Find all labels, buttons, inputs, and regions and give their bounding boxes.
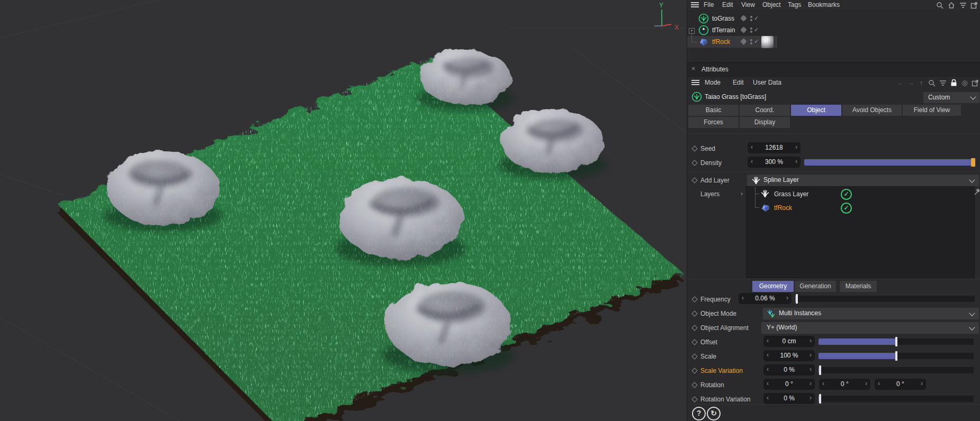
tab-coord[interactable]: Coord.	[740, 105, 790, 116]
layer-item-grass-layer[interactable]: Grass Layer ✓	[747, 188, 973, 200]
rotation-variation-label: Rotation Variation	[700, 396, 751, 403]
increment-arrow-icon[interactable]: ›	[810, 351, 812, 359]
increment-arrow-icon[interactable]: ›	[795, 143, 797, 151]
right-panel: File Edit View Object Tags Bookmarks toG…	[687, 0, 980, 421]
visibility-dots-icon[interactable]	[750, 28, 752, 33]
visibility-dots-icon[interactable]	[750, 39, 752, 44]
menu-edit[interactable]: Edit	[722, 0, 733, 10]
attr-menu-user-data[interactable]: User Data	[753, 79, 781, 86]
increment-arrow-icon[interactable]: ›	[810, 394, 812, 401]
track-icon[interactable]: ◎	[960, 78, 969, 88]
layer-tag-icon[interactable]	[740, 15, 747, 22]
material-thumbnail[interactable]	[761, 36, 774, 48]
popout-icon[interactable]	[970, 2, 978, 9]
enable-check-icon[interactable]: ✓	[754, 15, 759, 22]
tab-materials[interactable]: Materials	[840, 281, 877, 292]
tab-generation[interactable]: Generation	[795, 281, 836, 292]
scale-variation-slider[interactable]	[819, 367, 974, 373]
rotation-b-field[interactable]: ‹ 0 ° ›	[875, 379, 926, 390]
attr-menu-edit[interactable]: Edit	[733, 79, 744, 86]
visibility-dots-icon[interactable]	[750, 16, 752, 21]
increment-arrow-icon[interactable]: ›	[786, 294, 788, 301]
object-alignment-dropdown[interactable]: Y+ (World)	[761, 322, 979, 334]
hamburger-menu-icon[interactable]	[691, 2, 699, 8]
increment-arrow-icon[interactable]: ›	[795, 158, 797, 165]
layer-item-tfrock[interactable]: tfRock ✓	[747, 202, 973, 214]
rotation-p-field[interactable]: ‹ 0 ° ›	[819, 379, 870, 390]
frequency-field[interactable]: ‹ 0.06 % ›	[739, 293, 792, 304]
menu-file[interactable]: File	[704, 0, 714, 10]
layers-label: Layers	[700, 190, 720, 198]
up-level-icon[interactable]: ↑	[916, 78, 926, 88]
om-row-tograss[interactable]: toGrass ✓	[687, 13, 980, 24]
menu-object[interactable]: Object	[762, 0, 781, 10]
density-slider[interactable]	[804, 159, 975, 166]
scale-field[interactable]: ‹ 100 % ›	[763, 350, 815, 361]
menu-tags[interactable]: Tags	[788, 0, 801, 10]
increment-arrow-icon[interactable]: ›	[810, 337, 812, 344]
lock-icon[interactable]	[950, 79, 957, 87]
tab-object[interactable]: Object	[791, 105, 841, 116]
preset-dropdown[interactable]: Custom	[923, 91, 980, 104]
tab-forces[interactable]: Forces	[688, 117, 739, 128]
tab-avoid-objects[interactable]: Avoid Objects	[842, 105, 902, 116]
add-layer-label: Add Layer	[700, 177, 730, 184]
viewport-3d[interactable]: Y X	[0, 0, 687, 421]
slider-handle[interactable]	[895, 351, 897, 361]
layer-enabled-check-icon[interactable]: ✓	[841, 203, 852, 214]
reset-button[interactable]: ↻	[707, 407, 721, 420]
slider-handle[interactable]	[796, 294, 798, 304]
filter-icon[interactable]	[959, 2, 967, 8]
slider-handle[interactable]	[971, 158, 975, 167]
tab-geometry[interactable]: Geometry	[752, 281, 794, 292]
om-row-tfrock[interactable]: tfRock ✓	[687, 36, 980, 48]
attributes-hamburger-icon[interactable]	[691, 80, 699, 86]
enable-check-icon[interactable]: ✓	[754, 38, 759, 45]
help-button[interactable]: ?	[692, 407, 706, 420]
tab-field-of-view[interactable]: Field of View	[903, 105, 961, 116]
scale-variation-field[interactable]: ‹ 0 % ›	[763, 364, 815, 376]
scale-slider[interactable]	[819, 353, 974, 359]
grass-fringe	[59, 57, 683, 421]
offset-slider[interactable]	[819, 338, 974, 345]
tab-basic[interactable]: Basic	[688, 105, 739, 116]
increment-arrow-icon[interactable]: ›	[810, 380, 812, 387]
layer-enabled-check-icon[interactable]: ✓	[841, 189, 852, 200]
scale-variation-label: Scale Variation	[700, 367, 743, 374]
om-row-tfterrain[interactable]: + tfTerrain ✓	[687, 24, 980, 36]
layers-expand-arrow[interactable]: ›	[741, 190, 743, 197]
param-diamond-icon	[691, 296, 697, 302]
history-forward-icon[interactable]: →	[906, 78, 915, 88]
add-layer-dropdown[interactable]: Spline Layer	[747, 174, 979, 187]
layer-tag-icon[interactable]	[740, 26, 747, 33]
slider-handle[interactable]	[819, 365, 821, 375]
rotation-variation-slider[interactable]	[819, 396, 974, 402]
enable-check-icon[interactable]: ✓	[754, 26, 759, 33]
seed-field[interactable]: ‹ 12618 ›	[748, 142, 801, 153]
increment-arrow-icon[interactable]: ›	[810, 365, 812, 373]
increment-arrow-icon[interactable]: ›	[865, 380, 867, 387]
attr-popout-icon[interactable]	[972, 79, 979, 87]
density-field[interactable]: ‹ 300 % ›	[748, 157, 801, 168]
frequency-slider[interactable]	[795, 296, 975, 302]
search-icon[interactable]	[936, 2, 943, 9]
object-mode-dropdown[interactable]: Multi Instances	[762, 307, 979, 320]
menu-bookmarks[interactable]: Bookmarks	[808, 0, 840, 10]
eyedropper-icon[interactable]	[974, 188, 980, 196]
rotation-variation-field[interactable]: ‹ 0 % ›	[763, 393, 815, 404]
slider-handle[interactable]	[819, 394, 821, 404]
slider-handle[interactable]	[895, 337, 897, 346]
home-icon[interactable]	[948, 2, 955, 9]
close-icon[interactable]: ×	[691, 65, 695, 72]
attr-search-icon[interactable]	[928, 79, 936, 87]
offset-field[interactable]: ‹ 0 cm ›	[763, 336, 815, 347]
increment-arrow-icon[interactable]: ›	[921, 380, 923, 387]
history-back-icon[interactable]: ←	[895, 78, 905, 88]
rotation-h-field[interactable]: ‹ 0 ° ›	[763, 379, 815, 390]
tab-display[interactable]: Display	[740, 117, 790, 128]
menu-view[interactable]: View	[741, 0, 755, 10]
density-label: Density	[700, 159, 722, 167]
rotation-variation-value: 0 %	[763, 395, 815, 402]
attr-filter-icon[interactable]	[939, 80, 947, 86]
attr-menu-mode[interactable]: Mode	[705, 79, 721, 86]
